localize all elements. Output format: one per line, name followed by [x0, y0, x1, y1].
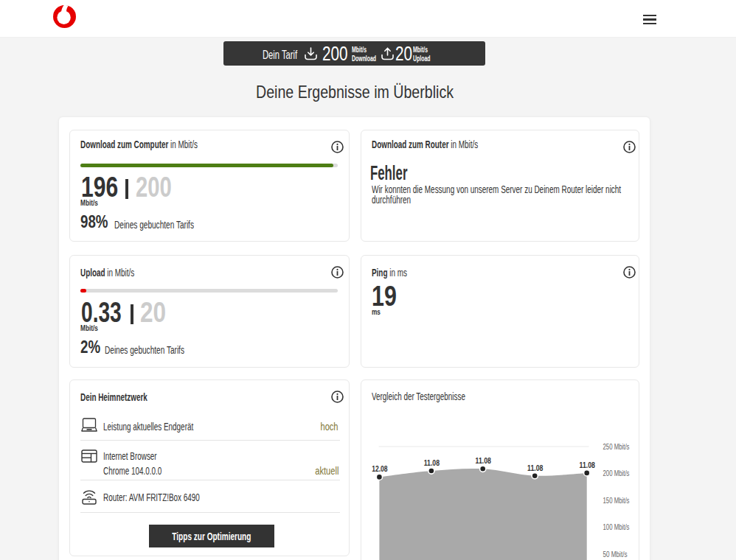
svg-text:200 Mbit/s: 200 Mbit/s [603, 469, 630, 477]
svg-text:250 Mbit/s: 250 Mbit/s [603, 442, 630, 451]
svg-text:11.08: 11.08 [527, 463, 543, 472]
svg-text:12.08: 12.08 [372, 464, 387, 473]
svg-text:11.08: 11.08 [580, 461, 595, 469]
svg-text:11.08: 11.08 [424, 458, 440, 467]
svg-text:100 Mbit/s: 100 Mbit/s [603, 522, 630, 531]
svg-text:11.08: 11.08 [476, 456, 491, 465]
svg-text:150 Mbit/s: 150 Mbit/s [603, 496, 630, 505]
svg-text:50 Mbit/s: 50 Mbit/s [603, 550, 628, 559]
